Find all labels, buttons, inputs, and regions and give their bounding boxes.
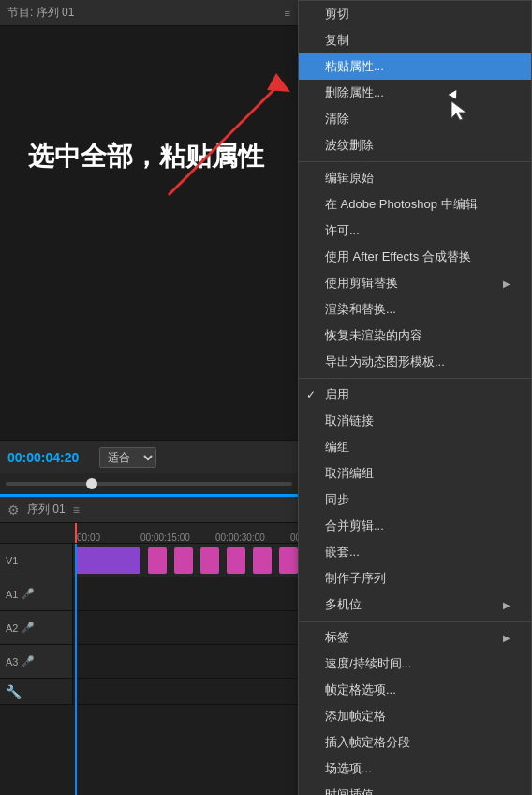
menu-item-merge-clips[interactable]: 合并剪辑... [299, 513, 531, 539]
clip-v1-3[interactable] [174, 548, 193, 574]
track-a1-name: A1 [6, 589, 18, 600]
menu-item-label-unlink: 取消链接 [325, 412, 374, 429]
track-a2-name: A2 [6, 622, 18, 634]
menu-item-label-edit-photoshop: 在 Adobe Photoshop 中编辑 [325, 196, 478, 213]
track-a3-mic-icon[interactable]: 🎤 [22, 655, 35, 668]
timecode-display: 00:00:04:20 [7, 450, 92, 465]
fit-select[interactable]: 适合 25% 50% 75% 100% [99, 447, 156, 468]
menu-item-field-options[interactable]: 场选项... [299, 756, 531, 782]
menu-item-label-after-effects: 使用 After Effects 合成替换 [325, 248, 471, 265]
menu-item-label-allow: 许可... [325, 222, 360, 239]
menu-item-label-edit-original: 编辑原始 [325, 170, 374, 187]
timeline-title: 序列 01 [27, 502, 66, 518]
menu-separator [299, 621, 531, 622]
menu-item-copy[interactable]: 复制 [299, 27, 531, 53]
menu-item-cut[interactable]: 剪切 [299, 1, 531, 27]
menu-item-nest[interactable]: 嵌套... [299, 539, 531, 565]
ruler-mark-1: 00:00:15:00 [140, 532, 215, 543]
menu-item-label-cut: 剪切 [325, 6, 349, 22]
menu-item-speed[interactable]: 速度/持续时间... [299, 651, 531, 677]
menu-item-label-copy: 复制 [325, 32, 349, 49]
menu-item-sync[interactable]: 同步 [299, 487, 531, 513]
menu-item-ungroup[interactable]: 取消编组 [299, 460, 531, 487]
menu-item-edit-photoshop[interactable]: 在 Adobe Photoshop 中编辑 [299, 191, 531, 218]
menu-item-clear[interactable]: 清除 [299, 106, 531, 132]
menu-item-label-multi-camera: 多机位 [325, 596, 362, 613]
menu-item-label-merge-clips: 合并剪辑... [325, 518, 384, 534]
submenu-arrow-label: ▶ [503, 633, 510, 643]
menu-item-frame-hold[interactable]: 帧定格选项... [299, 677, 531, 703]
menu-item-label-field-options: 场选项... [325, 760, 372, 777]
clip-v1-2[interactable] [148, 548, 167, 574]
menu-item-scissors-replace[interactable]: 使用剪辑替换▶ [299, 270, 531, 296]
menu-item-label-insert-frame-hold: 插入帧定格分段 [325, 734, 410, 751]
menu-item-paste-attributes[interactable]: 粘贴属性... [299, 53, 531, 80]
track-a1-mic-icon[interactable]: 🎤 [22, 588, 35, 600]
menu-item-remove-attributes[interactable]: 删除属性... [299, 80, 531, 106]
menu-item-render-replace[interactable]: 渲染和替换... [299, 296, 531, 322]
menu-item-label-ungroup: 取消编组 [325, 465, 374, 482]
menu-item-label-make-subsequence: 制作子序列 [325, 570, 386, 587]
timeline-settings-icon[interactable]: ⚙ [7, 502, 20, 518]
clip-v1-6[interactable] [253, 548, 272, 574]
menu-item-label-clear: 清除 [325, 111, 349, 128]
menu-item-enable[interactable]: 启用 [299, 382, 531, 408]
timeline-playhead-line [75, 523, 77, 543]
menu-item-label-remove-attributes: 删除属性... [325, 84, 384, 101]
panel-menu-icon[interactable]: ≡ [285, 8, 290, 19]
menu-item-label-sync: 同步 [325, 491, 349, 508]
clip-v1-1[interactable] [75, 548, 140, 574]
context-menu: 剪切复制粘贴属性...删除属性...清除波纹删除编辑原始在 Adobe Phot… [298, 0, 532, 795]
menu-item-label-nest: 嵌套... [325, 544, 360, 561]
track-label-v1: V1 [0, 544, 73, 577]
menu-item-ripple-delete[interactable]: 波纹删除 [299, 132, 531, 158]
submenu-arrow-scissors-replace: ▶ [503, 278, 510, 289]
menu-separator [299, 161, 531, 162]
ruler-mark-2: 00:00:30:00 [215, 532, 290, 543]
menu-item-insert-frame-hold[interactable]: 插入帧定格分段 [299, 729, 531, 756]
menu-item-time-interpolation[interactable]: 时间插值 [299, 782, 531, 795]
menu-item-add-frame-hold[interactable]: 添加帧定格 [299, 703, 531, 729]
clip-v1-7[interactable] [279, 548, 298, 574]
panel-header: 节目: 序列 01 ≡ [0, 0, 298, 26]
track-a2-mic-icon[interactable]: 🎤 [22, 622, 35, 634]
menu-item-label-time-interpolation: 时间插值 [325, 787, 374, 795]
menu-item-multi-camera[interactable]: 多机位▶ [299, 592, 531, 618]
wrench-icon[interactable]: 🔧 [6, 684, 22, 699]
preview-panel: 节目: 序列 01 ≡ 选中全部，粘贴属性 00:00:04:20 适合 25%… [0, 0, 298, 497]
menu-item-label[interactable]: 标签▶ [299, 624, 531, 651]
menu-item-label-render-replace: 渲染和替换... [325, 301, 396, 318]
menu-item-label-paste-attributes: 粘贴属性... [325, 58, 384, 75]
menu-item-restore-unrendered[interactable]: 恢复未渲染的内容 [299, 322, 531, 349]
track-label-a2: A2 🎤 [0, 611, 73, 644]
track-a3-name: A3 [6, 656, 18, 668]
menu-item-after-effects[interactable]: 使用 After Effects 合成替换 [299, 244, 531, 270]
playhead-track[interactable] [6, 482, 292, 486]
svg-marker-1 [267, 73, 290, 92]
menu-item-edit-original[interactable]: 编辑原始 [299, 165, 531, 191]
track-label-a3: A3 🎤 [0, 645, 73, 678]
preview-canvas: 选中全部，粘贴属性 [0, 26, 298, 440]
clip-v1-4[interactable] [200, 548, 219, 574]
menu-item-label-restore-unrendered: 恢复未渲染的内容 [325, 327, 422, 344]
menu-item-label-scissors-replace: 使用剪辑替换 [325, 275, 398, 292]
menu-item-export-motion[interactable]: 导出为动态图形模板... [299, 349, 531, 375]
clip-v1-5[interactable] [227, 548, 245, 574]
menu-item-unlink[interactable]: 取消链接 [299, 408, 531, 434]
track-v1-name: V1 [6, 555, 18, 566]
menu-item-label-add-frame-hold: 添加帧定格 [325, 708, 386, 725]
menu-item-make-subsequence[interactable]: 制作子序列 [299, 565, 531, 592]
menu-item-label-group: 编组 [325, 439, 349, 456]
playhead-bar [0, 473, 298, 494]
track-label-a1: A1 🎤 [0, 578, 73, 610]
menu-item-label-ripple-delete: 波纹删除 [325, 137, 374, 154]
menu-item-group[interactable]: 编组 [299, 434, 531, 460]
menu-item-label-export-motion: 导出为动态图形模板... [325, 353, 445, 370]
playhead-thumb[interactable] [86, 478, 97, 489]
timeline-menu-icon[interactable]: ≡ [73, 503, 80, 517]
menu-item-allow[interactable]: 许可... [299, 218, 531, 244]
menu-separator [299, 378, 531, 379]
timecode-bar: 00:00:04:20 适合 25% 50% 75% 100% [0, 440, 298, 473]
submenu-arrow-multi-camera: ▶ [503, 600, 510, 610]
menu-item-label-label: 标签 [325, 629, 349, 646]
